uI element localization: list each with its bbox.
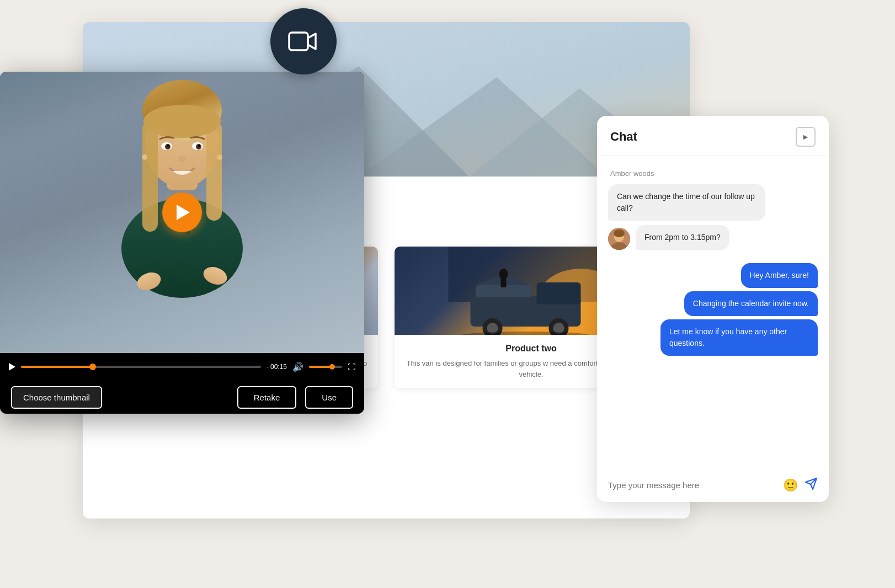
svg-point-42 — [167, 145, 169, 147]
chat-message-1: Can we change the time of our follow up … — [608, 184, 765, 221]
volume-fill — [309, 366, 332, 368]
svg-rect-30 — [289, 33, 308, 50]
volume-icon: 🔊 — [292, 362, 303, 372]
use-button[interactable]: Use — [305, 386, 353, 409]
chat-panel: Chat ► Amber woods Can we change the tim… — [597, 116, 829, 502]
video-time-display: - 00:15 — [267, 363, 287, 371]
chat-input-area: 🙂 — [597, 468, 829, 502]
chat-sent-messages: Hey Amber, sure! Changing the calendar i… — [608, 263, 818, 356]
video-progress-thumb — [89, 364, 96, 370]
svg-point-44 — [178, 156, 187, 162]
chat-messages-area: Amber woods Can we change the time of ou… — [597, 156, 829, 468]
chat-message-4: Changing the calendar invite now. — [684, 291, 818, 316]
svg-rect-36 — [206, 121, 222, 221]
svg-point-45 — [142, 154, 147, 160]
camera-icon-bubble — [270, 8, 337, 74]
chat-header: Chat ► — [597, 116, 829, 156]
play-icon — [177, 205, 190, 220]
video-player: - 00:15 🔊 ⛶ Choose thumbnail Retake Use — [0, 72, 364, 414]
fullscreen-button[interactable]: ⛶ — [348, 362, 355, 371]
video-play-pause-button[interactable] — [9, 363, 15, 371]
chat-message-input[interactable] — [608, 480, 776, 490]
svg-point-46 — [217, 154, 222, 160]
svg-point-27 — [499, 269, 508, 280]
retake-button[interactable]: Retake — [237, 386, 297, 409]
svg-point-55 — [614, 229, 625, 237]
send-icon — [805, 477, 818, 490]
chat-sender-name: Amber woods — [610, 169, 818, 178]
video-action-buttons: Choose thumbnail Retake Use — [0, 381, 364, 414]
chat-avatar — [608, 228, 630, 250]
chat-message-5: Let me know if you have any other questi… — [660, 319, 818, 356]
svg-point-37 — [143, 105, 221, 138]
play-button[interactable] — [162, 193, 202, 232]
svg-point-43 — [198, 145, 200, 147]
send-message-button[interactable] — [805, 477, 818, 493]
video-content-area — [0, 72, 364, 353]
chat-collapse-button[interactable]: ► — [796, 127, 816, 147]
volume-thumb — [329, 364, 335, 370]
volume-bar[interactable] — [309, 366, 342, 368]
video-progress-fill — [21, 366, 93, 368]
collapse-icon: ► — [802, 132, 809, 141]
chat-title: Chat — [610, 130, 637, 144]
video-camera-icon — [288, 26, 319, 57]
emoji-button[interactable]: 🙂 — [783, 478, 798, 493]
chat-message-2: From 2pm to 3.15pm? — [636, 225, 729, 250]
chat-message-3: Hey Amber, sure! — [741, 263, 818, 288]
svg-rect-20 — [537, 282, 581, 304]
svg-rect-28 — [501, 279, 507, 287]
choose-thumbnail-button[interactable]: Choose thumbnail — [11, 386, 102, 409]
video-controls: - 00:15 🔊 ⛶ — [0, 353, 364, 381]
svg-rect-35 — [142, 121, 158, 232]
chat-message-2-container: From 2pm to 3.15pm? — [608, 225, 818, 250]
video-progress-bar[interactable] — [21, 366, 261, 368]
